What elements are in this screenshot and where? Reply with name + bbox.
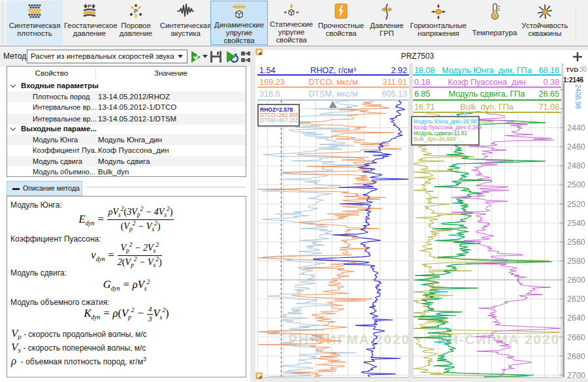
- svg-text:1:2146: 1:2146: [563, 76, 584, 84]
- svg-text:2460: 2460: [567, 142, 585, 151]
- svg-text:30: 30: [580, 66, 587, 73]
- svg-text:2660: 2660: [567, 333, 585, 342]
- svg-text:Bulk_dyn=21.668: Bulk_dyn=21.668: [414, 136, 456, 142]
- svg-text:Модуль Юнга_дин, ГПа: Модуль Юнга_дин, ГПа: [442, 66, 531, 75]
- svg-text:2680: 2680: [567, 352, 585, 361]
- svg-text:2540: 2540: [567, 219, 585, 228]
- svg-text:Модуль сдвига, ГПа: Модуль сдвига, ГПа: [449, 89, 525, 99]
- svg-text:TVD: TVD: [566, 66, 578, 73]
- svg-text:2500: 2500: [567, 180, 585, 189]
- svg-text:2580: 2580: [567, 257, 585, 266]
- svg-text:2640: 2640: [567, 313, 585, 323]
- svg-text:DTSM=467.255: DTSM=467.255: [260, 117, 299, 123]
- svg-text:71.08: 71.08: [538, 103, 559, 112]
- svg-text:P: P: [134, 8, 138, 14]
- svg-text:Bulk_dyn, ГПа: Bulk_dyn, ГПа: [460, 103, 514, 112]
- svg-text:6.85: 6.85: [414, 89, 431, 99]
- svg-text:169.23: 169.23: [259, 78, 285, 87]
- svg-text:2560: 2560: [567, 238, 585, 247]
- svg-text:2620: 2620: [567, 294, 585, 304]
- svg-text:18.08: 18.08: [414, 66, 435, 75]
- svg-text:16.71: 16.71: [414, 103, 435, 112]
- svg-text:68.16: 68.16: [538, 66, 559, 75]
- svg-text:2408.98: 2408.98: [574, 84, 582, 109]
- svg-text:0.18: 0.18: [414, 78, 431, 87]
- svg-text:DTSM, мкс/м: DTSM, мкс/м: [308, 89, 357, 99]
- svg-text:RHOZ, г/см³: RHOZ, г/см³: [310, 66, 356, 75]
- svg-text:2520: 2520: [567, 200, 585, 209]
- svg-text:PRZ7503: PRZ7503: [401, 52, 434, 61]
- svg-text:2700: 2700: [567, 371, 585, 380]
- svg-text:DTCO, мкс/м: DTCO, мкс/м: [308, 78, 357, 87]
- svg-text:Коэф Пуассона_дин: Коэф Пуассона_дин: [448, 78, 526, 87]
- svg-text:0.38: 0.38: [543, 78, 559, 87]
- svg-text:P: P: [88, 3, 91, 9]
- svg-text:2480: 2480: [567, 161, 585, 170]
- svg-text:311.91: 311.91: [382, 78, 407, 87]
- svg-text:2.92: 2.92: [391, 66, 407, 75]
- svg-text:1.54: 1.54: [259, 66, 276, 75]
- svg-text:2600: 2600: [567, 276, 585, 285]
- svg-text:2440: 2440: [567, 123, 585, 133]
- svg-text:316.5: 316.5: [259, 89, 280, 99]
- svg-text:605.13: 605.13: [382, 89, 407, 99]
- svg-text:26.65: 26.65: [538, 89, 559, 99]
- svg-text:Коэф Пуассона_дин=0.269: Коэф Пуассона_дин=0.269: [414, 124, 482, 131]
